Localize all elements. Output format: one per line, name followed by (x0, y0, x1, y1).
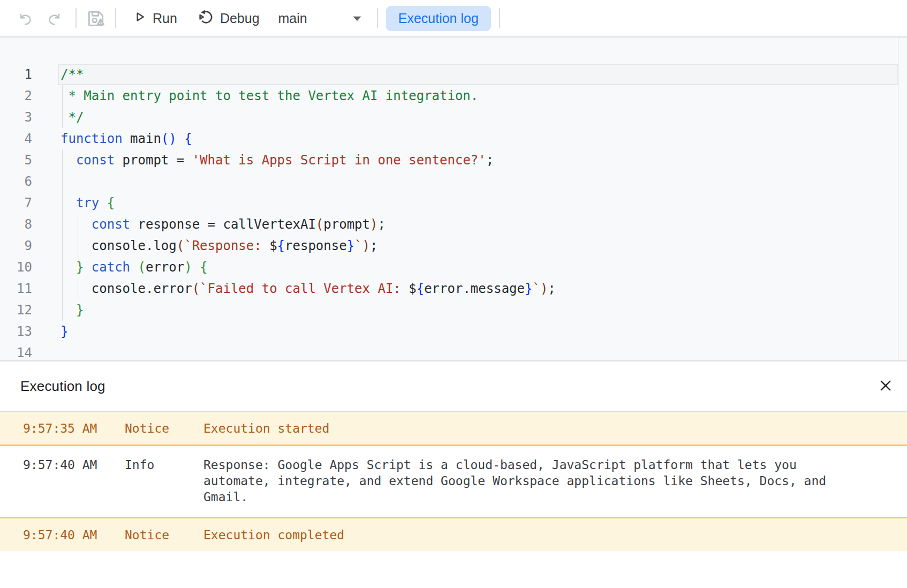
log-time: 9:57:35 AM (23, 420, 125, 436)
code-text: try { (61, 192, 115, 214)
log-message: Response: Google Apps Script is a cloud-… (203, 457, 835, 505)
execution-log-button[interactable]: Execution log (386, 6, 491, 31)
code-text: } (61, 321, 68, 342)
line-number: 6 (0, 171, 32, 192)
code-line[interactable]: 6 (0, 171, 907, 192)
code-line[interactable]: 14 (0, 342, 907, 361)
line-number: 10 (0, 257, 32, 278)
code-line[interactable]: 12 } (0, 299, 907, 321)
execution-log-button-label: Execution log (398, 11, 479, 26)
code-line[interactable]: 13} (0, 321, 907, 342)
line-number: 8 (0, 214, 32, 235)
code-text: const prompt = 'What is Apps Script in o… (61, 149, 494, 171)
code-line[interactable]: 7 try { (0, 192, 907, 214)
run-button[interactable]: Run (132, 10, 177, 27)
code-line[interactable]: 1/** (0, 64, 907, 85)
run-label: Run (153, 11, 177, 26)
line-number: 2 (0, 85, 32, 107)
log-entries: 9:57:35 AMNoticeExecution started9:57:40… (0, 412, 907, 551)
log-message: Execution started (203, 420, 835, 436)
code-text: } (61, 299, 84, 321)
code-line[interactable]: 2 * Main entry point to test the Vertex … (0, 85, 907, 107)
log-entry: 9:57:35 AMNoticeExecution started (0, 412, 907, 444)
debug-button[interactable]: Debug (198, 9, 260, 28)
log-entry: 9:57:40 AMNoticeExecution completed (0, 518, 907, 551)
code-line[interactable]: 9 console.log(`Response: ${response}`); (0, 235, 907, 257)
code-line[interactable]: 8 const response = callVertexAI(prompt); (0, 214, 907, 235)
toolbar-divider (377, 8, 378, 28)
function-selector-dropdown[interactable]: main (278, 11, 364, 26)
log-time: 9:57:40 AM (23, 457, 125, 473)
code-text: } catch (error) { (61, 257, 208, 278)
line-number: 1 (0, 64, 32, 85)
toolbar-divider (499, 8, 500, 28)
code-text: * Main entry point to test the Vertex AI… (61, 85, 478, 107)
undo-button[interactable] (16, 11, 34, 26)
line-number: 13 (0, 321, 32, 342)
log-level: Notice (125, 527, 203, 543)
log-message: Execution completed (203, 527, 835, 543)
code-line[interactable]: 3 */ (0, 107, 907, 128)
toolbar: Run Debug main Execution log (0, 0, 907, 37)
save-with-warning-icon (86, 8, 106, 28)
code-text: function main() { (61, 128, 192, 149)
editor[interactable]: 1/**2 * Main entry point to test the Ver… (0, 37, 907, 361)
toolbar-divider (75, 8, 77, 28)
code-text: /** (61, 64, 84, 85)
line-number: 9 (0, 235, 32, 257)
log-level: Notice (125, 420, 203, 436)
code-text: console.error(`Failed to call Vertex AI:… (61, 278, 556, 299)
debug-label: Debug (220, 11, 260, 26)
log-time: 9:57:40 AM (23, 527, 125, 543)
debug-restart-icon (198, 9, 214, 28)
play-outline-icon (132, 10, 147, 27)
editor-lines: 1/**2 * Main entry point to test the Ver… (0, 37, 907, 361)
line-number: 14 (0, 342, 32, 361)
line-number: 3 (0, 107, 32, 128)
save-button[interactable] (85, 8, 107, 28)
code-line[interactable]: 5 const prompt = 'What is Apps Script in… (0, 149, 907, 171)
indent-guide (62, 171, 63, 192)
code-text: */ (61, 107, 84, 128)
execution-log-header: Execution log (0, 361, 907, 412)
redo-icon (47, 11, 62, 26)
function-selector-value: main (278, 11, 307, 26)
dropdown-caret-icon (350, 11, 364, 25)
code-line[interactable]: 4function main() { (0, 128, 907, 149)
line-number: 5 (0, 149, 32, 171)
line-number: 12 (0, 299, 32, 321)
undo-icon (18, 11, 33, 26)
close-button[interactable] (877, 377, 894, 396)
code-text: const response = callVertexAI(prompt); (61, 214, 386, 235)
log-level: Info (125, 457, 203, 473)
execution-log-panel: Execution log 9:57:35 AMNoticeExecution … (0, 361, 907, 551)
line-number: 7 (0, 192, 32, 214)
code-line[interactable]: 10 } catch (error) { (0, 257, 907, 278)
redo-button[interactable] (45, 11, 63, 26)
toolbar-divider (115, 8, 116, 28)
execution-log-title: Execution log (20, 378, 105, 395)
line-number: 11 (0, 278, 32, 299)
line-number: 4 (0, 128, 32, 149)
log-entry: 9:57:40 AMInfoResponse: Google Apps Scri… (0, 444, 907, 518)
code-text: console.log(`Response: ${response}`); (61, 235, 377, 257)
close-icon (878, 378, 893, 395)
code-line[interactable]: 11 console.error(`Failed to call Vertex … (0, 278, 907, 299)
